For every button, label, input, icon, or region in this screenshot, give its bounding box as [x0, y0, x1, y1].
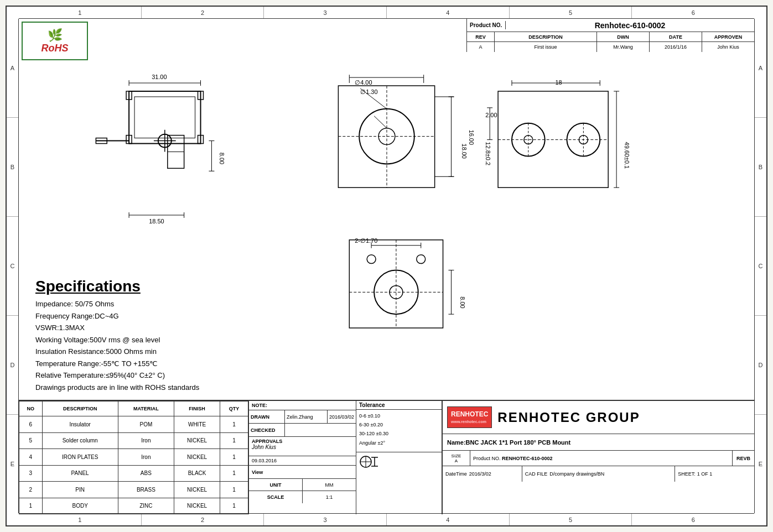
grid-num-b6: 6 [632, 514, 754, 525]
bom-desc-header: DESCRIPTION [42, 401, 118, 416]
grid-num-b4: 4 [387, 514, 510, 525]
renhotec-logo: RENHOTEC www.renhotec.com [447, 406, 492, 428]
approval-row: APPROVALS John Kius [249, 437, 356, 456]
tolerance-block: Tolerance 0-6 ±0.10 6-30 ±0.20 30-120 ±0… [356, 401, 442, 514]
spec-line-1: Frequency Range:DC~4G [35, 311, 268, 322]
grid-num-b3: 3 [264, 514, 387, 525]
specs-section: Specifications Impedance: 50/75 Ohms Fre… [35, 278, 268, 394]
table-row: 6 Insulator POM WHITE 1 [19, 416, 248, 432]
scale-label: SCALE [249, 491, 303, 503]
datetime-val: 2016/3/02 [469, 471, 491, 477]
specs-title: Specifications [35, 278, 268, 295]
svg-line-32 [374, 116, 387, 128]
tolerance-values: 0-6 ±0.10 6-30 ±0.20 30-120 ±0.30 Angula… [356, 410, 442, 449]
grid-num-3: 3 [264, 7, 387, 18]
svg-text:2-∅1.70: 2-∅1.70 [355, 237, 377, 244]
table-row: 4 IRON PLATES Iron NICKEL 1 [19, 449, 248, 465]
renhotec-logo-text: RENHOTEC [451, 410, 488, 419]
letter-b: B [7, 118, 18, 217]
bom-table: NO DESCRIPTION MATERIAL FINISH QTY 6 Ins… [19, 401, 248, 514]
unit-label: UNIT [249, 479, 303, 491]
svg-text:31.00: 31.00 [152, 74, 167, 80]
table-row: 5 Solder column Iron NICKEL 1 [19, 432, 248, 448]
company-block: RENHOTEC www.renhotec.com RENHOTEC GROUP… [442, 401, 754, 514]
size-cell: SIZE A [443, 451, 470, 466]
cad-file-label: CAD FILE [525, 471, 548, 477]
cad-file-cell: CAD FILE D/company drawings/BN [522, 466, 676, 482]
spec-line-4: Insulation Resistance:5000 Ohms min [35, 346, 268, 357]
svg-text:49.60±0.1: 49.60±0.1 [624, 142, 630, 169]
svg-text:18.00: 18.00 [461, 144, 468, 159]
checked-val [285, 424, 356, 436]
letter-re: E [755, 415, 766, 513]
grid-num-4: 4 [387, 7, 510, 18]
letter-e: E [7, 415, 18, 513]
letter-rb: B [755, 118, 766, 217]
datetime-label: DateTime [445, 471, 467, 477]
size-label: SIZE [452, 453, 461, 458]
bom-mat-header: MATERIAL [118, 401, 174, 416]
unit-val: MM [303, 479, 356, 491]
size-val: A [455, 458, 458, 463]
svg-text:18: 18 [556, 79, 562, 86]
drawn-date: 2016/03/02 [327, 410, 356, 423]
drawn-label: DRAWN [249, 410, 285, 423]
spec-line-0: Impedance: 50/75 Ohms [35, 299, 268, 310]
grid-num-b5: 5 [510, 514, 632, 525]
svg-text:∅4.00: ∅4.00 [355, 79, 372, 86]
svg-text:2.00: 2.00 [485, 112, 497, 118]
bottom-section: NO DESCRIPTION MATERIAL FINISH QTY 6 Ins… [19, 400, 754, 513]
checked-label: CHECKED [249, 424, 285, 436]
bottom-grid-numbers: 1 2 3 4 5 6 [19, 513, 754, 525]
approval-date: 09.03.2016 [249, 456, 356, 466]
note-label: NOTE: [249, 401, 356, 410]
cad-file-val: D/company drawings/BN [549, 471, 604, 477]
table-row: 3 PANEL ABS BLACK 1 [19, 465, 248, 481]
top-grid-numbers: 1 2 3 4 5 6 [19, 7, 754, 19]
grid-num-b1: 1 [19, 514, 142, 525]
drawing-area: 🌿 RoHS Product NO. Renhotec-610-0002 REV… [19, 19, 754, 513]
company-name-row: RENHOTEC www.renhotec.com RENHOTEC GROUP [443, 401, 754, 434]
spec-line-2: VSWR:1.3MAX [35, 322, 268, 333]
table-row: 2 PIN BRASS NICKEL 1 [19, 482, 248, 498]
product-no-company: RENHOTEC-610-0002 [502, 456, 553, 461]
right-grid-letters: A B C D E [754, 19, 766, 513]
svg-text:12.8±0.2: 12.8±0.2 [485, 142, 491, 166]
grid-num-1: 1 [19, 7, 142, 18]
svg-text:18.50: 18.50 [149, 218, 164, 225]
scale-val: 1:1 [303, 491, 356, 503]
scale-row: SCALE 1:1 [249, 491, 356, 503]
bom-table-container: NO DESCRIPTION MATERIAL FINISH QTY 6 Ins… [19, 401, 248, 514]
letter-rd: D [755, 316, 766, 415]
table-row: 1 BODY ZINC NICKEL 1 [19, 498, 248, 514]
grid-num-5: 5 [510, 7, 632, 18]
tolerance-label: Tolerance [356, 401, 442, 410]
approval-sig: John Kius [252, 444, 353, 450]
approvals-label: APPROVALS [252, 439, 353, 444]
renhotec-group-name: RENHOTEC GROUP [497, 410, 640, 425]
svg-text:16.00: 16.00 [468, 130, 475, 145]
sheet-val: 1 OF 1 [697, 471, 713, 477]
letter-ra: A [755, 19, 766, 118]
rev-label-c: REV [736, 456, 747, 461]
sheet-label: SHEET: [678, 471, 696, 477]
main-drawing-container: 1 2 3 4 5 6 1 2 3 4 5 6 A B C D E A B C … [6, 6, 767, 526]
datetime-cell: DateTime 2016/3/02 [443, 466, 522, 482]
product-no-prefix: Product NO. [473, 456, 501, 461]
view-label: View [249, 466, 356, 479]
svg-text:∅1.30: ∅1.30 [360, 88, 377, 95]
svg-point-67 [367, 255, 376, 264]
svg-text:8.00: 8.00 [459, 296, 466, 308]
letter-rc: C [755, 217, 766, 316]
bom-finish-header: FINISH [174, 401, 220, 416]
unit-row: UNIT MM [249, 479, 356, 491]
bom-no-header: NO [19, 401, 43, 416]
view-symbol [356, 452, 442, 472]
grid-num-2: 2 [142, 7, 264, 18]
letter-d: D [7, 316, 18, 415]
rev-cell: REV B [732, 451, 754, 466]
letter-c: C [7, 217, 18, 316]
rev-val-c: B [747, 456, 751, 461]
spec-line-7: Drawings products are in line with ROHS … [35, 382, 268, 393]
bom-qty-header: QTY [220, 401, 248, 416]
